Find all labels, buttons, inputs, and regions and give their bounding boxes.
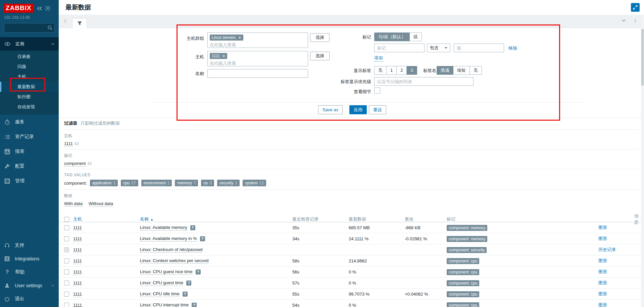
hosts-select-button[interactable]: 选择 [310, 52, 330, 60]
tag-chip[interactable]: component: cpu [447, 291, 479, 297]
tag-name-input[interactable] [374, 44, 425, 52]
row-checkbox[interactable] [64, 269, 69, 274]
sidebar-item-integrations[interactable]: Z Integrations [0, 252, 59, 265]
row-checkbox[interactable] [64, 303, 69, 307]
tag-chip[interactable]: component: memory [447, 236, 487, 242]
sidebar-item-support[interactable]: 支持 [0, 239, 59, 252]
host-link[interactable]: 1111 [73, 292, 82, 297]
kiosk-mode-button[interactable] [631, 3, 640, 12]
sidebar-item-help[interactable]: ? 帮助 [0, 265, 59, 279]
filter-tab[interactable] [72, 18, 87, 28]
item-name-link[interactable]: Linux: Available memory [140, 225, 187, 231]
sidebar-item-user-settings[interactable]: User settings [0, 279, 59, 292]
collapse-filter-icon[interactable] [622, 19, 626, 22]
tag-chip[interactable]: component: cpu [447, 258, 479, 264]
hint-icon[interactable]: ? [200, 236, 205, 241]
action-link[interactable]: 图形 [598, 291, 607, 296]
action-link[interactable]: 图形 [598, 302, 607, 307]
tag-chip[interactable]: component: memory [447, 225, 487, 231]
tabs-next-icon[interactable] [634, 19, 637, 23]
select-all-checkbox[interactable] [64, 217, 69, 222]
item-name-link[interactable]: Linux: Available memory in % [140, 236, 197, 242]
show-tags-2[interactable]: 2 [397, 66, 407, 75]
host-link[interactable]: 1111 [73, 236, 82, 242]
show-tags-none[interactable]: 无 [374, 66, 387, 75]
sidebar-section-services[interactable]: 服务 [0, 115, 59, 129]
action-link[interactable]: 图形 [598, 280, 607, 285]
remove-chip-icon[interactable]: ✕ [222, 54, 225, 58]
remove-tag-link[interactable]: 移除 [508, 45, 517, 51]
show-tags-3[interactable]: 3 [407, 66, 417, 75]
reset-button[interactable]: 重设 [369, 105, 386, 114]
show-tags-1[interactable]: 1 [387, 66, 397, 75]
hint-icon[interactable]: ? [192, 303, 197, 307]
scrollbar-thumb[interactable] [641, 29, 644, 86]
apply-button[interactable]: 应用 [349, 105, 367, 114]
host-link[interactable]: 1111 [73, 281, 82, 286]
column-name[interactable]: 名称 [140, 217, 149, 222]
subfilter-host-link[interactable]: 1111 [64, 141, 73, 147]
tag-chip[interactable]: component: cpu [447, 302, 479, 307]
subfilter-tag-value-chip[interactable]: cpu17 [121, 180, 138, 186]
without-data-link[interactable]: Without data [89, 201, 113, 207]
search-icon[interactable] [47, 25, 53, 30]
row-checkbox[interactable] [64, 292, 69, 297]
subfilter-tag-value-chip[interactable]: security1 [217, 180, 240, 186]
tags-mode-andor[interactable]: 与/或（默认） [374, 33, 410, 41]
sidebar-section-monitoring[interactable]: 监测 [0, 37, 59, 51]
item-name-link[interactable]: Linux: CPU guest nice time [140, 269, 193, 275]
subfilter-tag-value-chip[interactable]: environment1 [141, 180, 172, 186]
item-name-link[interactable]: Linux: Checksum of /etc/passwd [140, 247, 202, 253]
hint-icon[interactable]: ? [196, 269, 201, 274]
host-link[interactable]: 1111 [73, 269, 82, 275]
sidebar-item[interactable]: 最新数据 [0, 82, 59, 92]
hide-sidebar-icon[interactable] [45, 6, 50, 11]
hint-icon[interactable]: ? [183, 292, 188, 297]
action-link[interactable]: 图形 [598, 225, 607, 230]
host-link[interactable]: 1111 [73, 247, 82, 253]
item-name-link[interactable]: Linux: Context switches per second [140, 258, 209, 264]
save-as-button[interactable]: Save as [318, 105, 343, 114]
sidebar-section-configuration[interactable]: 配置 [0, 159, 59, 174]
hint-icon[interactable]: ? [190, 225, 195, 230]
remove-chip-icon[interactable]: ✕ [238, 36, 241, 40]
row-checkbox[interactable] [64, 225, 69, 230]
action-link[interactable]: 图形 [598, 258, 607, 263]
add-tag-link[interactable]: 添加 [374, 55, 383, 62]
sidebar-item[interactable]: 拓扑图 [0, 92, 59, 102]
tag-chip[interactable]: component: cpu [447, 280, 479, 286]
sidebar-item-signout[interactable]: 退出 [0, 292, 59, 306]
host-groups-multiselect[interactable]: Linux servers ✕ 在此输入搜索 [207, 33, 308, 48]
subfilter-tag-value-chip[interactable]: system12 [243, 180, 266, 186]
host-link[interactable]: 1111 [73, 258, 82, 264]
subfilter-tag-value-chip[interactable]: memory7 [175, 180, 198, 186]
row-checkbox[interactable] [64, 236, 69, 241]
tags-mode-or[interactable]: 或 [410, 33, 422, 41]
tag-name-none[interactable]: 无 [470, 66, 482, 75]
item-name-link[interactable]: Linux: CPU interrupt time [140, 302, 189, 307]
item-name-link[interactable]: Linux: CPU idle time [140, 291, 180, 297]
hosts-multiselect[interactable]: 1111 ✕ 在此输入搜索 [207, 51, 308, 66]
tag-value-input[interactable] [454, 44, 504, 52]
tag-name-full[interactable]: 填满 [437, 66, 453, 75]
show-details-checkbox[interactable] [374, 87, 380, 94]
row-checkbox[interactable] [64, 258, 69, 263]
scrollbar-track[interactable] [641, 15, 644, 307]
with-data-link[interactable]: With data [64, 201, 83, 207]
sidebar-item[interactable]: 问题 [0, 62, 59, 72]
sidebar-item[interactable]: 仪表板 [0, 52, 59, 62]
tag-chip[interactable]: component: security [447, 247, 487, 253]
action-link[interactable]: 图形 [598, 269, 607, 274]
sidebar-section-administration[interactable]: 管理 [0, 174, 59, 188]
column-host[interactable]: 主机 [73, 217, 82, 222]
host-link[interactable]: 1111 [73, 303, 82, 307]
item-name-link[interactable]: Linux: CPU guest time [140, 280, 183, 286]
sidebar-section-inventory[interactable]: 资产记录 [0, 129, 59, 144]
row-checkbox[interactable] [64, 281, 69, 286]
collapse-sidebar-icon[interactable] [37, 6, 42, 11]
subfilter-tag-value-chip[interactable]: application1 [90, 180, 118, 186]
tag-priority-input[interactable] [374, 77, 474, 86]
tag-operator-select[interactable]: 包含 [427, 44, 450, 52]
sidebar-section-reports[interactable]: 报表 [0, 144, 59, 159]
action-link[interactable]: 历史记录 [598, 247, 616, 252]
